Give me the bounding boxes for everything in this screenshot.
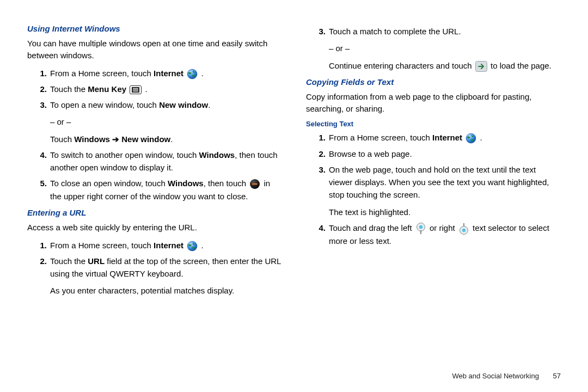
text-bold: Windows xyxy=(74,134,110,144)
text: To close an open window, touch xyxy=(50,179,168,188)
text-or: – or – xyxy=(329,42,561,54)
internet-globe-icon xyxy=(465,133,476,144)
text: From a Home screen, touch xyxy=(50,241,154,250)
text: To open a new window, touch xyxy=(50,100,159,109)
heading-using-internet-windows: Using Internet Windows xyxy=(27,24,282,33)
steps-using-internet-windows: From a Home screen, touch Internet . Tou… xyxy=(27,67,282,203)
heading-selecting-text: Selecting Text xyxy=(306,120,561,128)
arrow-icon: ➔ xyxy=(110,134,121,144)
text: Touch the xyxy=(50,256,88,266)
step-item: To close an open window, touch Windows, … xyxy=(49,177,282,203)
text-bold: Internet xyxy=(432,133,462,142)
footer-page-number: 57 xyxy=(553,372,561,380)
text: . xyxy=(199,241,203,250)
svg-point-12 xyxy=(419,225,422,229)
text: to load the page. xyxy=(491,61,552,70)
text-bold: New window xyxy=(121,134,170,144)
text: . xyxy=(199,69,203,78)
right-column: Touch a match to complete the URL. – or … xyxy=(306,22,561,392)
left-column: Using Internet Windows You can have mult… xyxy=(27,22,282,392)
text: On the web page, touch and hold on the t… xyxy=(329,165,549,200)
svg-point-10 xyxy=(466,133,476,143)
body-entering-a-url: Access a web site quickly by entering th… xyxy=(27,222,282,234)
internet-globe-icon xyxy=(187,241,198,252)
text: Touch xyxy=(50,134,74,144)
text: . xyxy=(170,134,173,144)
text-bold: Internet xyxy=(154,69,183,78)
step-item: Touch a match to complete the URL. – or … xyxy=(328,25,561,72)
text: From a Home screen, touch xyxy=(329,133,432,142)
text-bold: URL xyxy=(88,256,105,266)
menu-key-icon xyxy=(130,85,142,94)
step-item: On the web page, touch and hold on the t… xyxy=(328,163,561,218)
svg-point-14 xyxy=(462,229,465,232)
steps-entering-a-url: From a Home screen, touch Internet . Tou… xyxy=(27,239,282,297)
close-window-icon xyxy=(249,179,260,189)
text-selector-left-icon xyxy=(415,223,426,235)
text-or: – or – xyxy=(50,115,282,128)
text-bold: Menu Key xyxy=(88,84,126,94)
svg-point-8 xyxy=(187,241,197,251)
text-bold: Windows xyxy=(199,150,235,160)
step-item: Browse to a web page. xyxy=(328,148,561,160)
text: From a Home screen, touch xyxy=(50,69,154,78)
text: Touch Windows ➔ New window. xyxy=(50,133,282,145)
page-footer: Web and Social Networking 57 xyxy=(452,372,561,380)
text: Touch the xyxy=(50,84,88,94)
text: The text is highlighted. xyxy=(329,206,561,218)
heading-copying-fields-or-text: Copying Fields or Text xyxy=(306,77,561,87)
step-item: From a Home screen, touch Internet . xyxy=(49,67,282,79)
svg-rect-4 xyxy=(133,89,138,90)
text: To switch to another open window, touch xyxy=(50,150,199,160)
text-bold: Windows xyxy=(168,179,204,188)
step-item: From a Home screen, touch Internet . xyxy=(49,239,282,252)
step-item: Touch the URL field at the top of the sc… xyxy=(49,255,282,297)
text-bold: New window xyxy=(159,100,208,109)
svg-rect-7 xyxy=(252,183,258,185)
text: or right xyxy=(430,223,457,232)
step-item: Touch the Menu Key . xyxy=(49,83,282,95)
internet-globe-icon xyxy=(187,69,198,79)
steps-selecting-text: From a Home screen, touch Internet . Bro… xyxy=(306,131,561,247)
body-using-internet-windows: You can have multiple windows open at on… xyxy=(27,38,282,62)
step-item: To switch to another open window, touch … xyxy=(49,149,282,174)
step-item: Touch and drag the left or right text se… xyxy=(328,222,561,247)
text: Touch a match to complete the URL. xyxy=(329,27,461,36)
text: Continue entering characters and touch xyxy=(329,61,474,70)
text: Browse to a web page. xyxy=(329,149,412,158)
step-item: From a Home screen, touch Internet . xyxy=(328,131,561,144)
body-copying-fields-or-text: Copy information from a web page to the … xyxy=(306,91,561,115)
text-selector-right-icon xyxy=(458,223,469,235)
svg-rect-5 xyxy=(133,91,138,91)
text: . xyxy=(477,133,482,142)
footer-section: Web and Social Networking xyxy=(452,372,538,380)
text: Touch and drag the left xyxy=(329,223,414,232)
text: , then touch xyxy=(204,179,249,188)
svg-rect-3 xyxy=(133,88,138,89)
svg-point-0 xyxy=(187,69,197,79)
text: . xyxy=(143,84,147,94)
go-arrow-icon xyxy=(475,61,487,72)
step-item: To open a new window, touch New window. … xyxy=(49,99,282,145)
text: . xyxy=(208,100,210,109)
heading-entering-a-url: Entering a URL xyxy=(27,208,282,217)
steps-entering-a-url-cont: Touch a match to complete the URL. – or … xyxy=(306,25,561,72)
text: Continue entering characters and touch t… xyxy=(329,59,561,72)
text-bold: Internet xyxy=(154,241,183,250)
text: As you enter characters, potential match… xyxy=(50,284,282,297)
